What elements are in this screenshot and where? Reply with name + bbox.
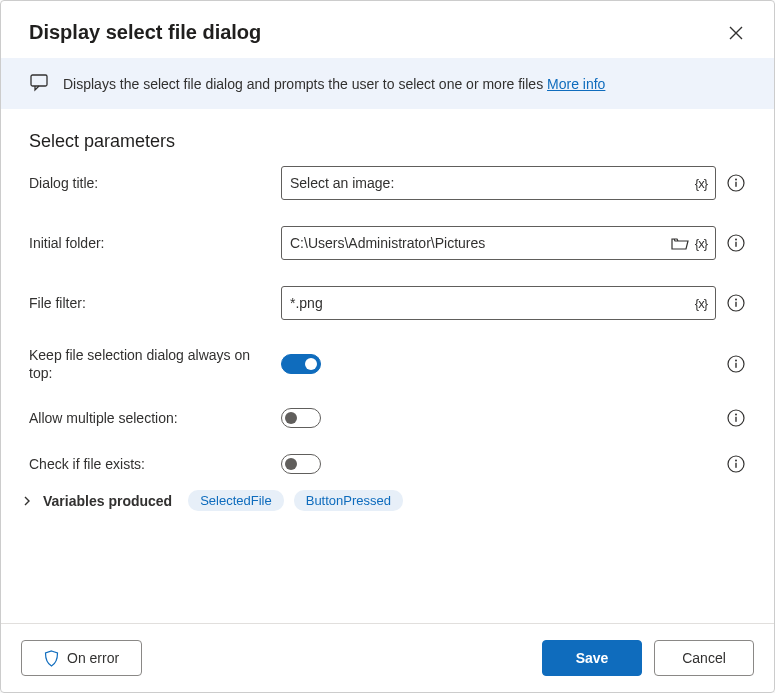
dialog: Display select file dialog Displays the …: [0, 0, 775, 693]
close-button[interactable]: [726, 23, 746, 43]
toggle-check-exists[interactable]: [281, 454, 321, 474]
variables-label: Variables produced: [43, 493, 172, 509]
label-allow-multiple: Allow multiple selection:: [29, 409, 269, 427]
shield-icon: [44, 650, 59, 667]
row-always-on-top: Keep file selection dialog always on top…: [29, 346, 746, 382]
row-file-filter: File filter: *.png {x}: [29, 286, 746, 320]
row-check-exists: Check if file exists:: [29, 454, 746, 474]
variable-pill[interactable]: ButtonPressed: [294, 490, 403, 511]
input-initial-folder[interactable]: C:\Users\Administrator\Pictures {x}: [281, 226, 716, 260]
input-file-filter[interactable]: *.png {x}: [281, 286, 716, 320]
variable-picker-icon[interactable]: {x}: [695, 296, 707, 311]
dialog-title: Display select file dialog: [29, 21, 261, 44]
info-icon[interactable]: [726, 354, 746, 374]
toggle-allow-multiple[interactable]: [281, 408, 321, 428]
save-button[interactable]: Save: [542, 640, 642, 676]
label-initial-folder: Initial folder:: [29, 234, 269, 252]
svg-rect-12: [735, 363, 736, 368]
svg-rect-9: [735, 302, 736, 307]
svg-point-17: [735, 460, 737, 462]
info-icon[interactable]: [726, 293, 746, 313]
dialog-footer: On error Save Cancel: [1, 623, 774, 692]
browse-folder-icon[interactable]: [671, 236, 689, 251]
svg-rect-18: [735, 463, 736, 468]
cancel-button[interactable]: Cancel: [654, 640, 754, 676]
label-dialog-title: Dialog title:: [29, 174, 269, 192]
svg-point-8: [735, 299, 737, 301]
comment-icon: [29, 72, 49, 95]
input-dialog-title[interactable]: Select an image: {x}: [281, 166, 716, 200]
info-icon[interactable]: [726, 233, 746, 253]
info-icon[interactable]: [726, 454, 746, 474]
dialog-header: Display select file dialog: [1, 1, 774, 58]
more-info-link[interactable]: More info: [547, 76, 605, 92]
svg-point-11: [735, 360, 737, 362]
variable-picker-icon[interactable]: {x}: [695, 236, 707, 251]
row-initial-folder: Initial folder: C:\Users\Administrator\P…: [29, 226, 746, 260]
row-allow-multiple: Allow multiple selection:: [29, 408, 746, 428]
close-icon: [729, 26, 743, 40]
row-dialog-title: Dialog title: Select an image: {x}: [29, 166, 746, 200]
variable-pill[interactable]: SelectedFile: [188, 490, 284, 511]
svg-point-14: [735, 414, 737, 416]
section-title: Select parameters: [1, 109, 774, 166]
svg-rect-3: [735, 182, 736, 187]
info-icon[interactable]: [726, 173, 746, 193]
parameters-form: Dialog title: Select an image: {x} Initi…: [1, 166, 774, 474]
label-file-filter: File filter:: [29, 294, 269, 312]
expand-variables-button[interactable]: [21, 495, 33, 507]
svg-rect-15: [735, 417, 736, 422]
variable-picker-icon[interactable]: {x}: [695, 176, 707, 191]
on-error-button[interactable]: On error: [21, 640, 142, 676]
svg-rect-6: [735, 242, 736, 247]
chevron-right-icon: [21, 495, 33, 507]
info-icon[interactable]: [726, 408, 746, 428]
svg-point-5: [735, 239, 737, 241]
label-check-exists: Check if file exists:: [29, 455, 269, 473]
label-always-on-top: Keep file selection dialog always on top…: [29, 346, 269, 382]
svg-point-2: [735, 179, 737, 181]
variables-produced-row: Variables produced SelectedFile ButtonPr…: [1, 474, 774, 511]
toggle-always-on-top[interactable]: [281, 354, 321, 374]
svg-rect-0: [31, 75, 47, 86]
banner-text: Displays the select file dialog and prom…: [63, 76, 605, 92]
info-banner: Displays the select file dialog and prom…: [1, 58, 774, 109]
